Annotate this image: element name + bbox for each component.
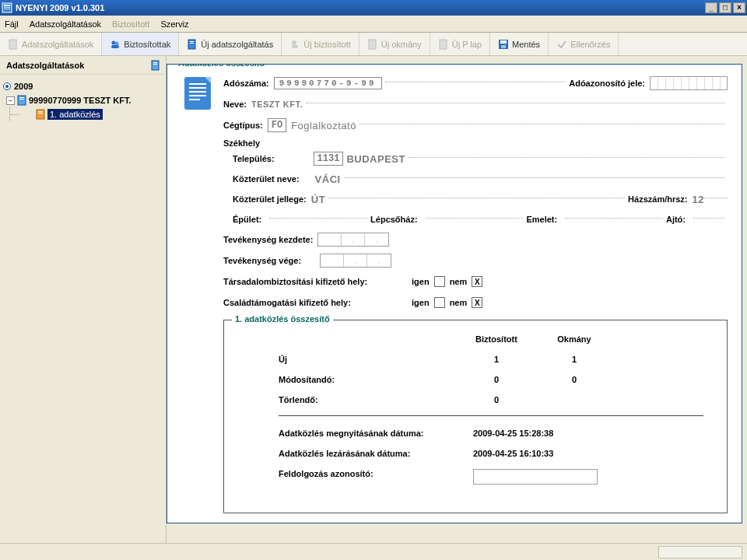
summary-fieldset: 1. adatközlés összesítő Biztosított Okmá… (223, 320, 728, 513)
save-icon (498, 39, 509, 50)
svg-rect-20 (153, 64, 157, 65)
doc-icon (367, 39, 378, 50)
svg-rect-24 (37, 110, 44, 119)
svg-rect-12 (292, 45, 298, 48)
ajto-label: Ajtó: (666, 215, 686, 224)
doc-orange-icon (36, 109, 45, 120)
tb-uj-adatszolg[interactable]: Új adatszolgáltatás (179, 33, 282, 55)
csalad-nem-checkbox[interactable]: X (472, 297, 482, 308)
summary-title: 1. adatközlés összesítő (232, 314, 333, 324)
svg-rect-32 (189, 99, 200, 100)
tevek-kezdete-input[interactable]: .. (317, 233, 389, 247)
svg-rect-16 (500, 40, 507, 44)
tevek-vege-input[interactable]: .. (320, 254, 391, 268)
emelet-label: Emelet: (526, 215, 557, 224)
page-icon (8, 39, 19, 50)
tevek-vege-label: Tevékenység vége: (223, 256, 301, 265)
doc-blue-icon (17, 95, 26, 106)
svg-rect-26 (38, 113, 43, 114)
proc-id-input[interactable] (473, 469, 598, 485)
window-title: NYENYI 2009 v1.0.301 (16, 3, 104, 12)
adoszam-value: 99990770-9-99 (274, 77, 382, 89)
tb-nem-checkbox[interactable]: X (472, 276, 482, 287)
tree-company[interactable]: − 99990770999 TESZT KFT. (3, 93, 163, 107)
doc-icon (438, 39, 449, 50)
menu-insured: Biztosított (112, 19, 149, 29)
tb-mentes[interactable]: Mentés (490, 33, 549, 55)
adoazonosito-label: Adóazonosító jele: (569, 79, 645, 88)
kozterulet-neve-label: Közterület neve: (233, 174, 300, 184)
hazszam-label: Házszám/hrsz: (628, 194, 687, 204)
hazszam-value: 12 (693, 194, 704, 205)
neve-value: TESZT KFT. (251, 100, 303, 109)
svg-rect-10 (190, 43, 194, 44)
summary-open: Adatközlés megnyitásának dátuma: 2009-04… (279, 429, 703, 438)
tb-igen-label: igen (412, 277, 430, 286)
summary-row-torlendo: Törlendő: 0 (279, 395, 703, 404)
svg-rect-30 (189, 91, 206, 93)
menu-services[interactable]: Adatszolgáltatások (30, 19, 101, 29)
menu-file[interactable]: Fájl (5, 19, 19, 29)
tevek-kezdete-label: Tevékenység kezdete: (223, 235, 313, 244)
title-bar: NYENYI 2009 v1.0.301 _ □ × (0, 0, 747, 16)
sidebar-title: Adatszolgáltatások (6, 61, 84, 70)
svg-rect-9 (190, 41, 194, 42)
irsz-value: 1131 (314, 152, 344, 166)
summary-row-uj: Új 1 1 (279, 355, 703, 364)
close-button[interactable]: × (733, 2, 745, 13)
people-icon (110, 39, 121, 50)
neve-label: Neve: (223, 100, 247, 109)
csalad-nem-label: nem (450, 298, 468, 307)
page-large-icon (183, 75, 212, 111)
csalad-label: Családtámogatási kifizető hely: (223, 298, 402, 307)
minimize-button[interactable]: _ (705, 2, 717, 13)
tree: 2009 − 99990770999 TESZT KFT. 1. adatköz… (0, 75, 166, 126)
content-panel: Adatközlés összesítő Adószáma: 99990770-… (167, 64, 742, 523)
sidebar: Adatszolgáltatások 2009 − 99990770999 TE… (0, 56, 167, 552)
collapse-icon[interactable]: − (6, 96, 15, 105)
app-icon (2, 2, 12, 13)
svg-rect-4 (9, 40, 16, 49)
summary-proc: Feldolgozás azonosító: (279, 469, 703, 485)
svg-rect-1 (4, 5, 10, 6)
svg-rect-17 (501, 45, 506, 48)
toolbar: Adatszolgáltatások Biztosítottak Új adat… (0, 33, 747, 56)
tb-uj-plap: Új P lap (430, 33, 490, 55)
tb-biztositottak[interactable]: Biztosítottak (102, 33, 179, 55)
summary-col-okmany: Okmány (535, 334, 613, 344)
panel-title: Adatközlés összesítő (175, 64, 268, 68)
svg-rect-25 (38, 111, 43, 112)
radio-icon (3, 82, 11, 90)
tree-item-adatkozles[interactable]: 1. adatközlés (3, 107, 163, 121)
svg-rect-7 (111, 45, 119, 48)
svg-rect-22 (19, 97, 24, 98)
csalad-igen-checkbox[interactable] (434, 297, 445, 308)
summary-close: Adatközlés lezárásának dátuma: 2009-04-2… (279, 449, 703, 458)
cegtipus-label: Cégtípus: (223, 121, 263, 130)
tb-nem-label: nem (450, 277, 468, 286)
tb-igen-checkbox[interactable] (434, 276, 445, 287)
svg-rect-18 (152, 61, 159, 70)
svg-rect-3 (4, 9, 10, 9)
svg-rect-13 (369, 40, 376, 49)
check-icon (556, 39, 567, 50)
maximize-button[interactable]: □ (719, 2, 731, 13)
adoazonosito-input[interactable] (650, 76, 728, 90)
svg-rect-23 (19, 99, 24, 100)
menu-service[interactable]: Szerviz (160, 19, 188, 29)
tb-uj-okmany: Új okmány (359, 33, 430, 55)
summary-col-bizt: Biztosított (458, 334, 535, 344)
doc-blue-icon[interactable] (150, 60, 161, 71)
svg-rect-14 (440, 40, 447, 49)
cegtipus-code: FO (268, 118, 286, 132)
svg-rect-29 (189, 87, 206, 89)
svg-point-6 (115, 41, 119, 45)
svg-rect-21 (18, 96, 26, 105)
tb-adatszolg: Adatszolgáltatások (0, 33, 102, 55)
tree-year[interactable]: 2009 (3, 79, 163, 93)
sidebar-header: Adatszolgáltatások (0, 56, 166, 75)
svg-point-11 (292, 40, 296, 45)
adoszam-label: Adószáma: (223, 79, 269, 88)
summary-row-modositando: Módosítandó: 0 0 (279, 375, 703, 384)
person-plus-icon (289, 39, 300, 50)
